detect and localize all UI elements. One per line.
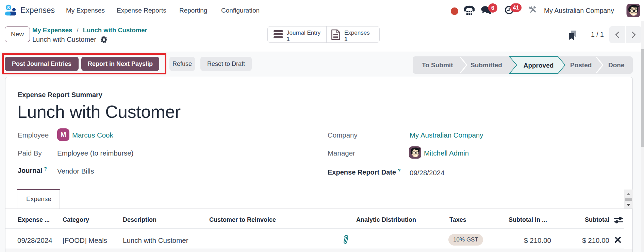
svg-text:Approved: Approved <box>524 62 554 69</box>
svg-text:S: S <box>7 5 10 10</box>
